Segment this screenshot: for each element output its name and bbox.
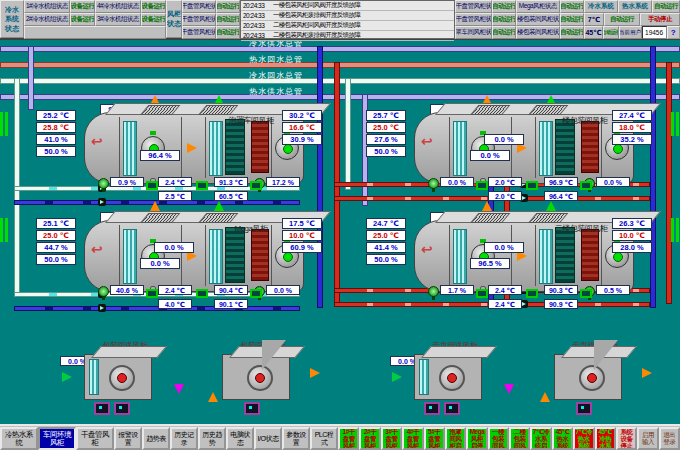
alarm-row[interactable]: 20:24:33二楼包装风柜废排阀开度反馈故障 bbox=[241, 31, 454, 41]
empty-cell bbox=[24, 26, 166, 39]
toolbar-button[interactable]: 1#干盘管风柜启停 bbox=[338, 427, 359, 450]
cooling-coil bbox=[555, 227, 575, 283]
toolbar-button[interactable]: 历史趋势 bbox=[198, 427, 226, 450]
humidity-readout: 41.0 % bbox=[36, 134, 76, 145]
valve-readout: 0.0 % bbox=[140, 258, 180, 269]
toolbar-button[interactable]: 45℃热水系统启停 bbox=[552, 427, 573, 450]
edge-connector bbox=[0, 112, 9, 136]
toolbar-button[interactable]: 3#干盘管风柜启停 bbox=[381, 427, 402, 450]
toolbar-button[interactable]: I/O状态 bbox=[254, 427, 282, 450]
device-name: 一楼包装间风柜状态 bbox=[516, 13, 560, 26]
valve-readout: 0.0 % bbox=[470, 150, 510, 161]
toolbar-button[interactable]: 参数设置 bbox=[282, 427, 310, 450]
ahu-body[interactable]: 一楼包装间风柜 bbox=[414, 112, 634, 184]
setpoint-readout: 10.0 ℃ bbox=[612, 230, 652, 241]
toolbar-button[interactable]: 退出登录 bbox=[659, 427, 680, 450]
drain-connector bbox=[146, 289, 158, 298]
fan-status-col: 1#干盘管风柜状态自动运行2#干盘管风柜状态自动运行3#干盘管风柜状态自动运行 bbox=[182, 0, 240, 39]
hot-supply-temp: 91.3 ℃ bbox=[214, 177, 248, 187]
alarm-row[interactable]: 20:24:33一楼包装风柜废排阀开度反馈故障 bbox=[241, 11, 454, 21]
current-user-label: 当前用户 bbox=[619, 26, 642, 39]
status-row: 1#干盘管风柜状态自动运行 bbox=[182, 0, 240, 13]
setpoint-readout: 10.0 ℃ bbox=[282, 230, 322, 241]
device-state: 自动运行 bbox=[492, 0, 516, 13]
chilled-supply-temp: 2.4 ℃ bbox=[488, 285, 522, 295]
setpoint-readout: 25.0 ℃ bbox=[36, 230, 76, 241]
ahu-body[interactable]: 泡罩车间风柜 bbox=[84, 112, 304, 184]
toolbar-button[interactable]: 45℃冷热水系统启停 bbox=[595, 427, 616, 450]
toolbar-button[interactable]: 泡罩间风柜启停 bbox=[445, 427, 466, 450]
humidity-setpoint-readout: 50.0 % bbox=[36, 254, 76, 265]
toolbar-button[interactable]: Mega风柜启停 bbox=[466, 427, 487, 450]
device-name: 二楼包装间风柜状态 bbox=[516, 26, 560, 39]
toolbar-button[interactable]: 系统设备停止 bbox=[616, 427, 637, 450]
humidity-setpoint-readout: 50.0 % bbox=[366, 254, 406, 265]
toolbar-button[interactable]: 7℃冷水系统启停 bbox=[530, 427, 551, 450]
chilled-valve-icon[interactable] bbox=[98, 286, 109, 297]
status-row: 2#冷水机组状态设备运行3#冷水机组状态设备运行 bbox=[24, 13, 166, 26]
filter-section bbox=[209, 229, 223, 284]
chilled-return-temp: 2.0 ℃ bbox=[488, 191, 522, 201]
toolbar-button[interactable]: 冷热水系统 bbox=[0, 427, 38, 450]
toolbar-button[interactable]: 报警设置 bbox=[114, 427, 142, 450]
cold-water-header: 冷水系统 bbox=[584, 0, 618, 13]
fan-unit: 干盘管送风柜 0.0 % bbox=[390, 340, 520, 418]
device-state: 设备运行 bbox=[70, 13, 95, 26]
ahu-outlet-readouts: 27.4 ℃18.0 ℃35.2 % bbox=[612, 110, 652, 145]
alarm-time: 20:24:33 bbox=[241, 2, 273, 9]
hot-supply-temp: 96.9 ℃ bbox=[544, 177, 578, 187]
toolbar-button[interactable]: 车间环境风柜 bbox=[38, 427, 76, 450]
return-air-arrow-icon bbox=[91, 241, 103, 257]
pipe bbox=[28, 46, 34, 110]
system-state: 自动运行 bbox=[604, 13, 640, 26]
main-pipe: 热水回水总管 bbox=[0, 62, 680, 68]
outlet-arrow-icon bbox=[310, 368, 320, 378]
toolbar-button[interactable]: 趋势表 bbox=[142, 427, 170, 450]
chilled-valve-icon[interactable] bbox=[428, 286, 439, 297]
toolbar-button[interactable]: 历史记录 bbox=[170, 427, 198, 450]
toolbar-button[interactable]: PLC程式 bbox=[310, 427, 338, 450]
toolbar-button[interactable]: 干盘管风柜 bbox=[76, 427, 114, 450]
fan-unit-body[interactable] bbox=[414, 354, 482, 400]
device-name: 1#冷水机组状态 bbox=[24, 0, 70, 13]
ahu-unit: 25.1 ℃25.0 ℃44.7 %50.0 % 1.6 % 1.8 % Meg… bbox=[36, 212, 354, 314]
alarm-row[interactable]: 20:24:33二楼包装风柜回风阀开度反馈故障 bbox=[241, 21, 454, 31]
alarm-row[interactable]: 20:24:33一楼包装风柜回风阀开度反馈故障 bbox=[241, 1, 454, 11]
hot-water-temp: 45℃ bbox=[584, 26, 603, 39]
ahu-outlet-readouts: 30.2 ℃16.6 ℃30.9 % bbox=[282, 110, 322, 145]
toolbar-button[interactable]: 一楼包装间风柜启停 bbox=[488, 427, 509, 450]
help-button[interactable]: ? bbox=[667, 26, 680, 39]
ahu-body[interactable]: 二楼包装间风柜 bbox=[414, 220, 634, 292]
fan-status-col: 4#干盘管风柜状态自动运行5#干盘管风柜状态自动运行泡罩车间风柜状态自动运行 bbox=[455, 0, 516, 39]
alarm-time: 20:24:33 bbox=[241, 32, 273, 39]
device-name: 2#干盘管风柜状态 bbox=[182, 13, 216, 26]
fan-status-col: Mega风柜状态自动运行一楼包装间风柜状态自动运行二楼包装间风柜状态自动运行 bbox=[516, 0, 584, 39]
drain-connector bbox=[526, 289, 538, 298]
inlet-arrow-icon bbox=[208, 392, 218, 402]
toolbar-button[interactable]: 电脑状态 bbox=[226, 427, 254, 450]
humidity-readout: 41.4 % bbox=[366, 242, 406, 253]
pipe-label: 冷水回水总管 bbox=[231, 70, 321, 81]
toolbar-button[interactable]: 启用输入 bbox=[637, 427, 658, 450]
chiller-status-header: 冷水 系统 状态 bbox=[0, 0, 24, 38]
chilled-valve-icon[interactable] bbox=[98, 178, 109, 189]
chilled-valve-icon[interactable] bbox=[428, 178, 439, 189]
fan-unit: 干盘管排风柜 bbox=[530, 340, 660, 418]
chilled-return-temp: 2.5 ℃ bbox=[158, 191, 192, 201]
filter-section bbox=[453, 229, 467, 284]
toolbar-button[interactable]: 7℃冷热水系统启停 bbox=[573, 427, 594, 450]
main-pipe: 热水供水总管 bbox=[0, 94, 680, 100]
fan-unit-body[interactable] bbox=[84, 354, 152, 400]
status-display bbox=[424, 402, 440, 415]
grille-icon bbox=[140, 213, 180, 223]
ahu-body[interactable]: Mega风柜 bbox=[84, 220, 304, 292]
toolbar-button[interactable]: 4#干盘管风柜启停 bbox=[402, 427, 423, 450]
hot-valve-readout: 0.0 % bbox=[266, 285, 300, 295]
toolbar-button[interactable]: 二楼包装间风柜启停 bbox=[509, 427, 530, 450]
status-row: 2#干盘管风柜状态自动运行 bbox=[182, 13, 240, 26]
status-row: 3#干盘管风柜状态自动运行 bbox=[182, 26, 240, 39]
toolbar-button[interactable]: 2#干盘管风柜启停 bbox=[359, 427, 380, 450]
grille-icon bbox=[198, 213, 238, 223]
toolbar-button[interactable]: 5#干盘管风柜启停 bbox=[424, 427, 445, 450]
hot-return-temp: 90.9 ℃ bbox=[544, 299, 578, 309]
